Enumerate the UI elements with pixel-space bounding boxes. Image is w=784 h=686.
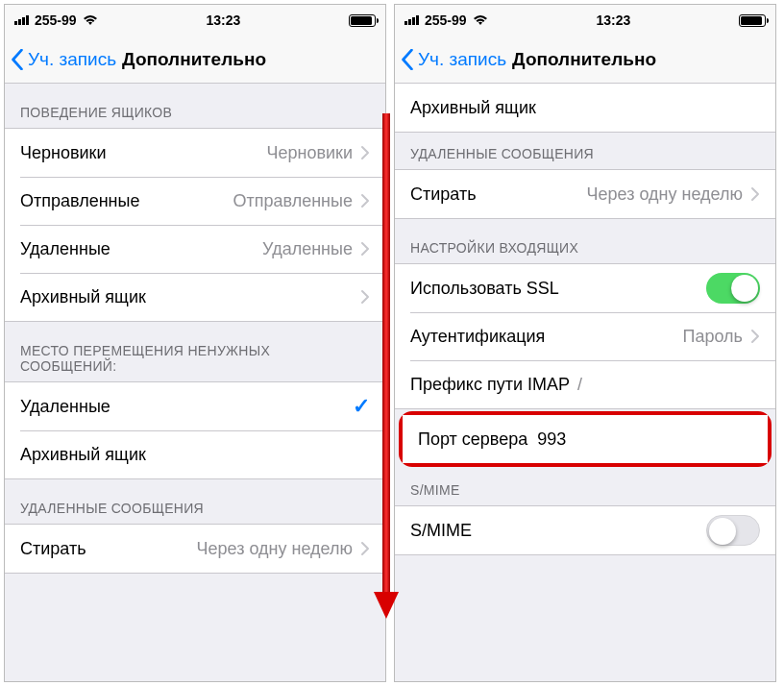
status-bar: 255-99 13:23 — [5, 5, 385, 36]
nav-title: Дополнительно — [122, 49, 266, 70]
section-header-deleted-messages: УДАЛЕННЫЕ СООБЩЕНИЯ — [395, 133, 775, 169]
nav-bar: Уч. запись Дополнительно — [395, 36, 775, 84]
row-remove[interactable]: Стирать Через одну неделю — [395, 170, 775, 218]
checkmark-icon: ✓ — [353, 394, 370, 419]
chevron-right-icon — [750, 186, 760, 202]
section-header-smime: S/MIME — [395, 469, 775, 505]
row-remove[interactable]: Стирать Через одну неделю — [5, 525, 385, 573]
row-authentication[interactable]: Аутентификация Пароль — [395, 312, 775, 360]
row-server-port[interactable]: Порт сервера 993 — [403, 415, 768, 463]
port-value: 993 — [527, 429, 574, 450]
back-label: Уч. запись — [418, 49, 506, 70]
drafts-value: Черновики — [107, 143, 360, 163]
ssl-label: Использовать SSL — [410, 279, 559, 299]
wifi-icon — [83, 14, 98, 26]
chevron-right-icon — [360, 193, 370, 208]
chevron-right-icon — [360, 541, 370, 556]
archive-label: Архивный ящик — [410, 98, 536, 118]
phone-screen-right: 255-99 13:23 Уч. запись Дополнительно Ар… — [394, 4, 776, 682]
back-label: Уч. запись — [28, 49, 116, 70]
clock: 13:23 — [596, 12, 630, 28]
nav-title: Дополнительно — [512, 49, 656, 70]
phone-screen-left: 255-99 13:23 Уч. запись Дополнительно ПО… — [4, 4, 386, 682]
wifi-icon — [473, 14, 488, 26]
move-archive-label: Архивный ящик — [20, 445, 146, 465]
row-archive-mailbox[interactable]: Архивный ящик — [395, 84, 775, 132]
back-button[interactable]: Уч. запись — [11, 49, 116, 70]
deleted-label: Удаленные — [20, 239, 110, 259]
row-sent[interactable]: Отправленные Отправленные — [5, 177, 385, 225]
remove-label: Стирать — [410, 184, 477, 205]
nav-bar: Уч. запись Дополнительно — [5, 36, 385, 84]
battery-icon — [739, 14, 766, 27]
section-header-deleted-messages: УДАЛЕННЫЕ СООБЩЕНИЯ — [5, 479, 385, 524]
carrier-label: 255-99 — [35, 12, 77, 28]
auth-value: Пароль — [545, 327, 750, 347]
status-bar: 255-99 13:23 — [395, 5, 775, 36]
chevron-right-icon — [360, 241, 370, 257]
section-header-move-discarded: МЕСТО ПЕРЕМЕЩЕНИЯ НЕНУЖНЫХ СООБЩЕНИЙ: — [5, 322, 385, 381]
drafts-label: Черновики — [20, 143, 107, 163]
row-imap-prefix[interactable]: Префикс пути IMAP / — [395, 360, 775, 408]
remove-value: Через одну неделю — [477, 184, 750, 205]
section-header-incoming: НАСТРОЙКИ ВХОДЯЩИХ — [395, 219, 775, 263]
highlight-annotation: Порт сервера 993 — [399, 411, 772, 467]
row-deleted[interactable]: Удаленные Удаленные — [5, 225, 385, 273]
row-move-deleted[interactable]: Удаленные ✓ — [5, 382, 385, 430]
clock: 13:23 — [206, 12, 240, 28]
battery-icon — [349, 14, 376, 27]
back-button[interactable]: Уч. запись — [401, 49, 506, 70]
row-move-archive[interactable]: Архивный ящик — [5, 430, 385, 478]
remove-label: Стирать — [20, 539, 86, 559]
row-drafts[interactable]: Черновики Черновики — [5, 129, 385, 177]
remove-value: Через одну неделю — [86, 539, 360, 559]
move-deleted-label: Удаленные — [20, 397, 110, 417]
signal-icon — [404, 15, 419, 25]
row-archive-mailbox[interactable]: Архивный ящик — [5, 273, 385, 321]
smime-label: S/MIME — [410, 521, 472, 541]
sent-label: Отправленные — [20, 191, 140, 211]
chevron-right-icon — [360, 145, 370, 160]
imap-prefix-label: Префикс пути IMAP — [410, 375, 570, 395]
chevron-right-icon — [750, 329, 760, 344]
port-label: Порт сервера — [418, 429, 527, 450]
section-header-mailbox-behavior: ПОВЕДЕНИЕ ЯЩИКОВ — [5, 84, 385, 128]
archive-label: Архивный ящик — [20, 287, 146, 307]
ssl-toggle[interactable] — [706, 273, 760, 304]
carrier-label: 255-99 — [425, 12, 467, 28]
chevron-right-icon — [360, 289, 370, 305]
auth-label: Аутентификация — [410, 327, 545, 347]
signal-icon — [14, 15, 29, 25]
deleted-value: Удаленные — [110, 239, 360, 259]
sent-value: Отправленные — [140, 191, 360, 211]
smime-toggle[interactable] — [706, 515, 760, 546]
row-use-ssl[interactable]: Использовать SSL — [395, 264, 775, 312]
imap-prefix-value: / — [570, 375, 590, 395]
row-smime[interactable]: S/MIME — [395, 506, 775, 554]
